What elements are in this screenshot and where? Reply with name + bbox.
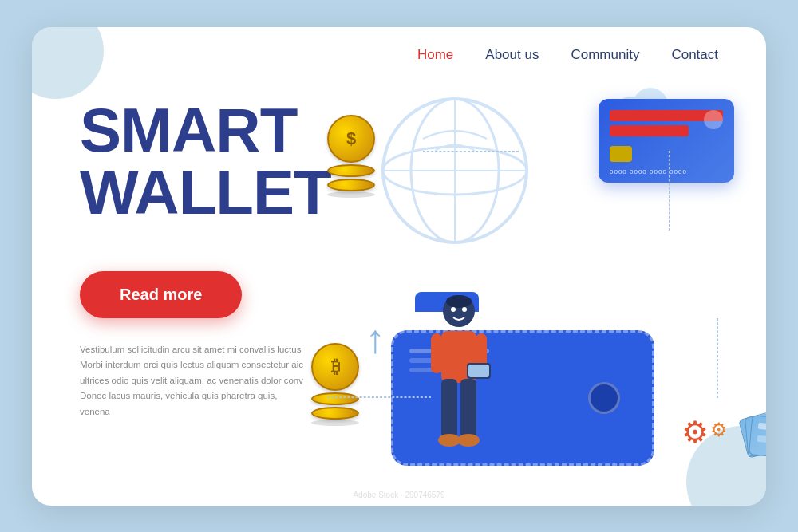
card-stripe-2: [610, 125, 689, 136]
hero-title-line2: WALLET: [80, 157, 331, 227]
coin-btm-1: [327, 179, 375, 191]
gear-small-icon: ⚙: [710, 419, 728, 440]
coin-shadow-1: [327, 191, 375, 198]
svg-rect-17: [460, 379, 476, 439]
bill-3: [749, 415, 766, 461]
svg-point-21: [462, 307, 467, 312]
coin-stack-dollar: $: [327, 115, 375, 198]
coin-dollar: $: [327, 115, 375, 163]
nav-link-about[interactable]: About us: [485, 47, 539, 63]
svg-point-20: [451, 307, 456, 312]
coin-stack-bitcoin: ₿: [311, 343, 359, 426]
watermark: Adobe Stock · 290746579: [353, 491, 444, 499]
svg-rect-15: [468, 365, 489, 377]
person-svg: [427, 287, 491, 463]
coin-mid-2: [311, 392, 359, 405]
dashed-line-2: [669, 151, 670, 231]
hero-title: SMART WALLET: [80, 99, 351, 223]
nav-link-home[interactable]: Home: [417, 47, 453, 63]
arrow-up-icon: ↑: [365, 316, 385, 362]
card-number: 0000 0000 0000 0000: [610, 168, 723, 175]
nav-link-community[interactable]: Community: [571, 47, 639, 63]
dashed-line-4: [717, 318, 718, 398]
nav-link-contact[interactable]: Contact: [671, 47, 718, 63]
read-more-button[interactable]: Read more: [80, 271, 242, 318]
svg-rect-12: [431, 333, 442, 373]
globe-icon: [375, 91, 535, 250]
card-chip: [610, 146, 632, 162]
coin-bitcoin: ₿: [311, 343, 359, 391]
svg-point-19: [457, 434, 480, 447]
coin-shadow-2: [311, 420, 359, 426]
dashed-line-1: [423, 151, 519, 152]
svg-point-10: [446, 295, 472, 308]
dashed-line-3: [327, 396, 431, 398]
card-circle-decoration: [704, 110, 723, 129]
hero-title-line1: SMART: [80, 95, 297, 165]
illustration-area: 0000 0000 0000 0000 ↑ $ ₿: [311, 75, 750, 490]
wallet-clasp: [588, 382, 620, 414]
coin-btm-2: [311, 407, 359, 420]
hero-content: SMART WALLET Read more Vestibulum sollic…: [80, 99, 351, 420]
credit-card: 0000 0000 0000 0000: [598, 99, 734, 183]
hero-body-text: Vestibulum sollicitudin arcu sit amet mi…: [80, 342, 303, 420]
globe-svg: [375, 91, 535, 250]
gear-large-icon: ⚙: [681, 416, 709, 449]
coin-mid-1: [327, 164, 375, 177]
gears-icon: ⚙ ⚙: [681, 415, 734, 450]
main-card: Home About us Community Contact SMART WA…: [32, 27, 766, 506]
svg-rect-16: [441, 379, 457, 439]
person-illustration: [427, 287, 491, 466]
svg-point-18: [438, 434, 460, 447]
